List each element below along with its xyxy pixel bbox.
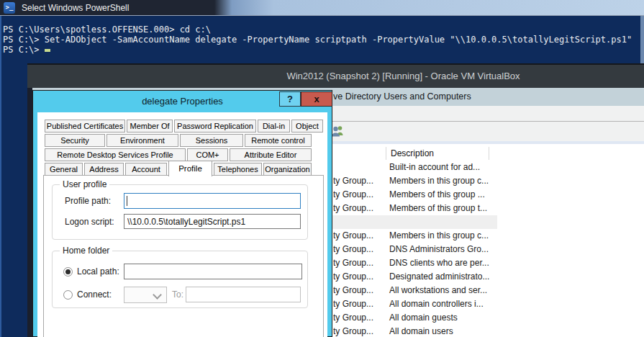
tab-address[interactable]: Address — [84, 163, 124, 176]
cell-description: Built-in account for ad... — [389, 161, 497, 174]
table-row[interactable]: ty Group...DNS Administrators Gro... — [327, 243, 644, 256]
chevron-down-icon — [153, 290, 162, 300]
cell-description: All domain controllers i... — [389, 297, 497, 311]
virtualbox-window-title: Win2012 (Snapshot 2) [Running] - Oracle … — [286, 71, 520, 81]
powershell-window-title: Select Windows PowerShell — [22, 0, 129, 16]
virtualbox-titlebar[interactable]: Win2012 (Snapshot 2) [Running] - Oracle … — [27, 63, 644, 88]
tab-remote-control[interactable]: Remote control — [245, 134, 312, 147]
console-line-2: PS C:\> Set-ADObject -SamAccountName del… — [3, 35, 632, 45]
profile-path-label: Profile path: — [65, 193, 111, 209]
user-profile-legend: User profile — [60, 179, 109, 189]
tab-com-plus[interactable]: COM+ — [187, 148, 228, 161]
cell-type: ty Group... — [333, 202, 388, 215]
cell-description: All domain users — [389, 325, 497, 337]
tab-row-1: Published Certificates Member Of Passwor… — [45, 120, 323, 132]
powershell-icon: >_ — [4, 2, 15, 14]
cell-type: ty Group... — [333, 325, 388, 337]
tab-published-certificates[interactable]: Published Certificates — [45, 120, 125, 132]
local-path-input[interactable] — [124, 264, 302, 279]
table-row-selected[interactable] — [332, 215, 497, 229]
table-row[interactable]: ty Group...All domain users — [327, 325, 644, 337]
table-row[interactable]: ty Group...Members in this group c... — [327, 229, 644, 243]
cell-type: ty Group... — [333, 174, 388, 188]
home-folder-legend: Home folder — [60, 246, 112, 256]
console-prompt: PS C:\> — [3, 45, 45, 55]
to-label: To: — [172, 287, 183, 302]
column-header-description[interactable]: Description — [386, 147, 489, 160]
tab-member-of[interactable]: Member Of — [127, 120, 173, 132]
cell-description: Members of this group ... — [389, 188, 497, 202]
console-line-1: PS C:\Users\spotless.OFFENSE.000> cd c:\ — [3, 24, 211, 35]
tab-row-3: Remote Desktop Services Profile COM+ Att… — [45, 148, 312, 161]
logon-script-label: Logon script: — [65, 214, 114, 230]
text-caret — [127, 196, 127, 206]
table-row[interactable]: ty Group...DNS clients who are per... — [327, 256, 644, 270]
close-button[interactable]: x — [301, 91, 332, 107]
help-button[interactable]: ? — [279, 91, 301, 107]
table-row[interactable]: ty Group...Members of this group t... — [327, 202, 644, 215]
table-row[interactable]: Built-in account for ad... — [327, 161, 644, 174]
tab-dial-in[interactable]: Dial-in — [258, 120, 290, 132]
cell-description: All domain guests — [389, 311, 497, 325]
drive-letter-dropdown[interactable] — [124, 287, 167, 303]
cell-type — [337, 215, 392, 229]
cell-type: ty Group... — [333, 188, 388, 202]
cell-description: Members in this group c... — [389, 174, 497, 188]
cell-description: Members of this group t... — [389, 202, 497, 215]
local-path-radio[interactable] — [63, 267, 73, 277]
tab-password-replication[interactable]: Password Replication — [174, 120, 256, 132]
cell-type: ty Group... — [333, 311, 388, 325]
cell-description — [394, 215, 502, 229]
tab-account[interactable]: Account — [125, 163, 167, 176]
cell-description: All workstations and ser... — [389, 284, 497, 297]
table-row[interactable]: ty Group...Designated administrato... — [327, 270, 644, 284]
powershell-window-border — [0, 0, 1, 337]
powershell-window-border-right — [640, 16, 644, 63]
table-row[interactable]: ty Group...All workstations and ser... — [327, 284, 644, 297]
cell-description: Members in this group c... — [389, 229, 497, 243]
ad-window-title: ve Directory Users and Computers — [333, 88, 471, 106]
tab-profile[interactable]: Profile — [168, 161, 212, 176]
tab-organization[interactable]: Organization — [263, 163, 312, 176]
cell-type: ty Group... — [333, 256, 388, 270]
cell-description: Designated administrato... — [389, 270, 497, 284]
cell-type: ty Group... — [333, 270, 388, 284]
table-row[interactable]: ty Group...Members in this group c... — [327, 174, 644, 188]
tab-telephones[interactable]: Telephones — [214, 163, 262, 176]
profile-path-input[interactable] — [124, 193, 301, 209]
connect-to-input[interactable] — [186, 287, 301, 302]
connect-radio[interactable] — [63, 290, 73, 300]
tab-row-2: Security Environment Sessions Remote con… — [45, 134, 312, 147]
users-icon[interactable] — [330, 123, 345, 139]
logon-script-input[interactable] — [124, 214, 301, 229]
console-prompt-line[interactable]: PS C:\> — [3, 45, 50, 55]
tab-environment[interactable]: Environment — [106, 134, 178, 147]
tab-attribute-editor[interactable]: Attribute Editor — [230, 148, 312, 161]
console-cursor — [45, 49, 50, 52]
table-row[interactable]: ty Group...All domain controllers i... — [327, 297, 644, 311]
tab-remote-desktop-services-profile[interactable]: Remote Desktop Services Profile — [45, 148, 186, 161]
tab-sessions[interactable]: Sessions — [180, 134, 243, 147]
connect-label: Connect: — [77, 287, 112, 302]
cell-type: ty Group... — [333, 243, 388, 256]
cell-description: DNS Administrators Gro... — [389, 243, 497, 256]
table-row[interactable]: ty Group...All domain guests — [327, 311, 644, 325]
tab-object[interactable]: Object — [291, 120, 323, 132]
tab-general[interactable]: General — [45, 163, 83, 176]
local-path-label: Local path: — [77, 264, 119, 279]
cell-type — [333, 161, 388, 174]
cell-type: ty Group... — [333, 229, 388, 243]
tab-security[interactable]: Security — [45, 134, 105, 147]
table-row[interactable]: ty Group...Members of this group ... — [327, 188, 644, 202]
screen: >_ Select Windows PowerShell PS C:\Users… — [0, 0, 644, 337]
cell-type: ty Group... — [333, 284, 388, 297]
cell-type: ty Group... — [333, 297, 388, 311]
cell-description: DNS clients who are per... — [389, 256, 497, 270]
